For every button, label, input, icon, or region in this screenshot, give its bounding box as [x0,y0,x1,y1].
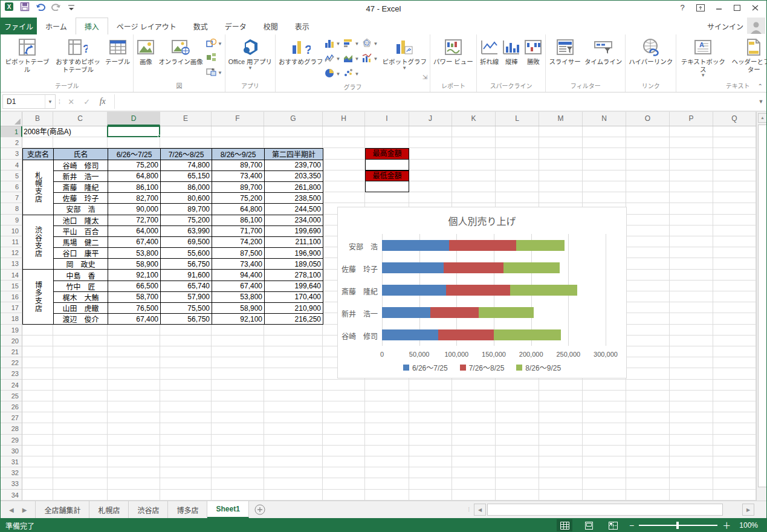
formula-bar-splitter[interactable]: ⁞ [56,99,63,105]
scroll-left-icon[interactable]: ◀ [474,504,486,516]
sheet-tab-全店舗集計[interactable]: 全店舗集計 [35,501,89,518]
radar-chart-button[interactable]: ▼ [362,37,380,50]
pictures-button[interactable]: 画像 [135,36,157,80]
column-header-F[interactable]: F [212,112,264,126]
column-header-H[interactable]: H [323,112,365,126]
scroll-right-icon[interactable]: ▶ [742,504,754,516]
slicer-button[interactable]: スライサー [547,36,583,80]
zoom-level[interactable]: 100% [739,521,758,530]
ribbon-tab-表示[interactable]: 表示 [286,18,318,34]
horizontal-scroll-thumb[interactable] [487,504,723,516]
row-header-4[interactable]: 4 [1,160,22,170]
row-header-30[interactable]: 30 [1,446,22,456]
column-header-L[interactable]: L [496,112,539,126]
sparkline-winloss-button[interactable]: 勝敗 [522,36,544,80]
formula-input[interactable] [114,94,756,109]
file-tab[interactable]: ファイル [1,18,37,34]
row-header-12[interactable]: 12 [1,247,22,258]
scroll-up-icon[interactable]: ▲ [758,113,767,123]
row-header-21[interactable]: 21 [1,346,22,357]
selected-cell-d1[interactable] [107,126,160,137]
row-header-7[interactable]: 7 [1,192,22,203]
column-header-B[interactable]: B [22,112,53,126]
row-header-32[interactable]: 32 [1,467,22,478]
zoom-in-button[interactable]: ＋ [722,521,731,530]
row-header-15[interactable]: 15 [1,281,22,291]
row-header-31[interactable]: 31 [1,456,22,467]
row-header-8[interactable]: 8 [1,203,22,214]
column-header-D[interactable]: D [108,112,160,126]
scatter-chart-button[interactable]: ▼ [343,68,361,80]
sparkline-column-button[interactable]: 縦棒 [500,36,522,80]
user-avatar[interactable] [747,18,765,34]
row-header-27[interactable]: 27 [1,412,22,423]
ribbon-display-options-button[interactable] [691,1,710,16]
sign-in-link[interactable]: サインイン [707,18,743,34]
column-header-M[interactable]: M [539,112,583,126]
name-box-dropdown-icon[interactable]: ▼ [45,95,55,108]
row-header-26[interactable]: 26 [1,401,22,412]
ribbon-tab-校閲[interactable]: 校閲 [255,18,286,34]
maximize-button[interactable] [728,1,746,16]
apps-for-office-button[interactable]: Office 用アプリ▼ [227,36,274,80]
ribbon-tab-ホーム[interactable]: ホーム [37,18,76,34]
name-box[interactable]: D1 ▼ [2,94,56,109]
ribbon-tab-ページ レイアウト[interactable]: ページ レイアウト [108,18,185,34]
online-pictures-button[interactable]: オンライン画像 [157,36,205,80]
row-header-16[interactable]: 16 [1,291,22,302]
table-button[interactable]: テーブル [103,36,132,80]
column-header-C[interactable]: C [53,112,108,126]
row-header-22[interactable]: 22 [1,357,22,368]
charts-dialog-launcher[interactable]: ⇲ [421,73,429,81]
normal-view-button[interactable] [557,519,572,531]
row-header-1[interactable]: 1 [1,126,22,137]
row-header-6[interactable]: 6 [1,181,22,192]
row-header-10[interactable]: 10 [1,225,22,236]
row-header-9[interactable]: 9 [1,215,22,225]
row-header-29[interactable]: 29 [1,435,22,446]
column-header-G[interactable]: G [264,112,323,126]
enter-formula-button[interactable]: ✓ [79,94,95,109]
row-header-20[interactable]: 20 [1,336,22,346]
hyperlink-button[interactable]: ハイパーリンク [627,36,675,80]
horizontal-scroll-track[interactable] [487,504,741,516]
ribbon-tab-insert-active[interactable]: 挿入 [76,18,108,34]
zoom-slider[interactable] [639,525,717,526]
pivot-table-button[interactable]: ピボットテーブル [2,36,53,80]
sheet-nav-left-icon[interactable]: ◀ [9,507,14,513]
row-header-17[interactable]: 17 [1,302,22,313]
column-header-E[interactable]: E [160,112,212,126]
shapes-button[interactable]: ▼ [206,37,222,50]
row-header-34[interactable]: 34 [1,490,22,501]
worksheet-grid[interactable]: BCDEFGHIJKLMNOPQ123456789101112131415161… [1,112,767,501]
sheet-tab-札幌店[interactable]: 札幌店 [89,501,129,518]
minimize-button[interactable] [710,1,728,16]
tab-scroll-splitter[interactable]: ⁞ [464,501,474,518]
recommended-charts-button[interactable]: ?おすすめグラフ [277,36,325,80]
column-chart-button[interactable]: ▼ [325,37,343,50]
recommended-pivot-tables-button[interactable]: ?おすすめピボットテーブル [53,36,103,80]
header-footer-button[interactable]: ヘッダーとフッター [728,36,767,80]
row-header-24[interactable]: 24 [1,380,22,391]
new-sheet-button[interactable] [249,501,271,518]
page-break-view-button[interactable] [605,519,621,531]
close-button[interactable] [746,1,764,16]
select-all-corner[interactable] [1,112,22,126]
insert-function-button[interactable]: fx [95,94,111,109]
line-chart-button[interactable]: ▼ [325,53,343,65]
row-header-5[interactable]: 5 [1,170,22,181]
sparkline-line-button[interactable]: 折れ線 [478,36,501,80]
sheet-tab-渋谷店[interactable]: 渋谷店 [129,501,168,518]
page-layout-view-button[interactable] [581,519,597,531]
row-header-28[interactable]: 28 [1,423,22,434]
sales-chart[interactable]: 個人別売り上げ050,000100,000150,000200,000250,0… [337,207,627,378]
screenshot-button[interactable]: ▼ [206,66,222,79]
row-header-11[interactable]: 11 [1,236,22,247]
sheet-tab-博多店[interactable]: 博多店 [168,501,207,518]
row-header-25[interactable]: 25 [1,391,22,401]
expand-formula-bar-icon[interactable]: ▼ [756,99,766,105]
column-header-O[interactable]: O [626,112,670,126]
pie-chart-button[interactable]: ▼ [325,68,343,80]
row-header-13[interactable]: 13 [1,258,22,269]
ribbon-tab-数式[interactable]: 数式 [185,18,216,34]
